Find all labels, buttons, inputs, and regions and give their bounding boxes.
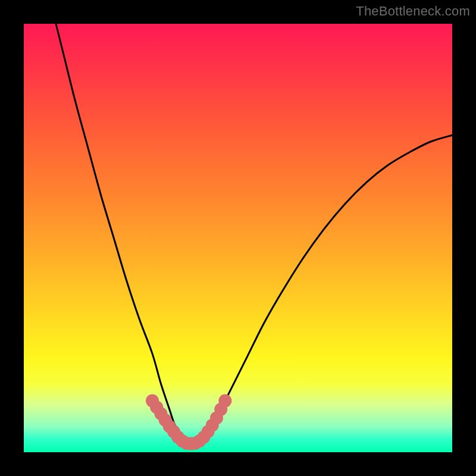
watermark-text: TheBottleneck.com [356, 4, 470, 19]
bottleneck-curve [24, 0, 452, 444]
marker-dot [218, 394, 231, 408]
curve-layer [24, 24, 452, 452]
chart-frame: TheBottleneck.com [0, 0, 476, 476]
plot-area [24, 24, 452, 452]
curve-markers [146, 394, 231, 450]
